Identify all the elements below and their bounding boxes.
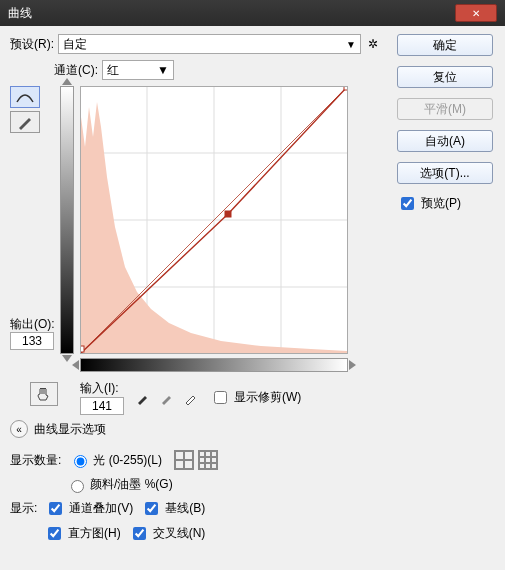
reset-button[interactable]: 复位 (397, 66, 493, 88)
close-button[interactable]: ✕ (455, 4, 497, 22)
chevron-down-icon: ▼ (346, 39, 356, 50)
check-baseline[interactable]: 基线(B) (141, 499, 205, 518)
amount-label: 显示数量: (10, 452, 61, 469)
preset-label: 预设(R): (10, 36, 54, 53)
curve-icon (15, 90, 35, 104)
eyedropper-gray-icon[interactable] (158, 389, 176, 407)
output-label: 输出(O): (10, 316, 55, 333)
pencil-icon (17, 114, 33, 130)
ok-button[interactable]: 确定 (397, 34, 493, 56)
disclosure-button[interactable]: « (10, 420, 28, 438)
radio-pigment[interactable]: 颜料/油墨 %(G) (66, 476, 173, 493)
eyedropper-white-icon[interactable] (182, 389, 200, 407)
input-field[interactable] (80, 397, 124, 415)
preset-select[interactable]: 自定 ▼ (58, 34, 361, 54)
svg-rect-8 (344, 87, 347, 90)
curve-tool-button[interactable] (10, 86, 40, 108)
output-field[interactable] (10, 332, 54, 350)
grid-9-icon[interactable] (198, 450, 218, 470)
dialog-title: 曲线 (8, 5, 32, 22)
hand-icon (35, 385, 53, 403)
pencil-tool-button[interactable] (10, 111, 40, 133)
svg-rect-7 (81, 346, 84, 352)
show-label: 显示: (10, 500, 37, 517)
chevron-down-icon: ▼ (157, 63, 169, 77)
curve-plot[interactable] (80, 86, 348, 354)
check-overlay[interactable]: 通道叠加(V) (45, 499, 133, 518)
input-label: 输入(I): (80, 380, 124, 397)
gear-icon[interactable]: ✲ (365, 36, 381, 52)
vertical-ramp[interactable] (60, 86, 74, 354)
smooth-button[interactable]: 平滑(M) (397, 98, 493, 120)
options-button[interactable]: 选项(T)... (397, 162, 493, 184)
title-bar: 曲线 ✕ (0, 0, 505, 26)
radio-light[interactable]: 光 (0-255)(L) (69, 452, 162, 469)
check-intersection[interactable]: 交叉线(N) (129, 524, 206, 543)
auto-button[interactable]: 自动(A) (397, 130, 493, 152)
channel-select[interactable]: 红 ▼ (102, 60, 174, 80)
preset-value: 自定 (63, 36, 87, 53)
channel-label: 通道(C): (54, 62, 98, 79)
disclosure-label: 曲线显示选项 (34, 421, 106, 438)
preview-checkbox[interactable]: 预览(P) (397, 194, 495, 213)
grid-4-icon[interactable] (174, 450, 194, 470)
channel-value: 红 (107, 62, 119, 79)
selected-point[interactable] (225, 211, 231, 217)
horizontal-ramp[interactable] (80, 358, 348, 372)
hand-tool-button[interactable] (30, 382, 58, 406)
eyedropper-black-icon[interactable] (134, 389, 152, 407)
show-clipping-checkbox[interactable]: 显示修剪(W) (210, 388, 301, 407)
check-histogram[interactable]: 直方图(H) (44, 524, 121, 543)
